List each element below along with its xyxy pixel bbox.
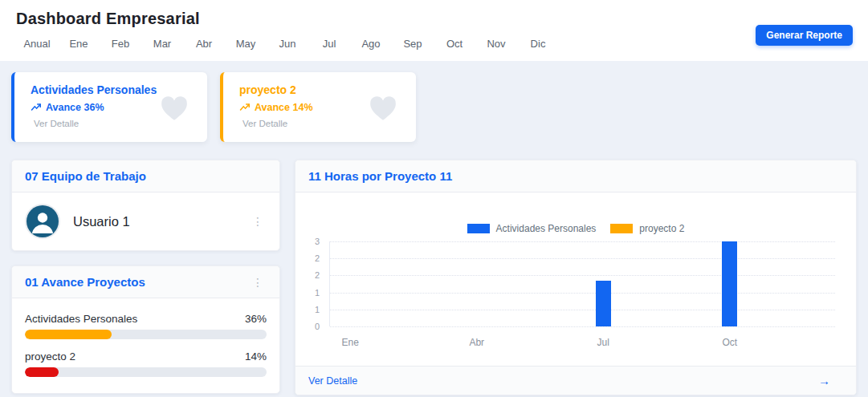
chart-bar[interactable] bbox=[596, 281, 611, 326]
progress-item-percent: 14% bbox=[245, 350, 267, 363]
tab-jul[interactable]: Jul bbox=[308, 38, 350, 50]
chart-footer: Ver Detalle → bbox=[295, 366, 856, 395]
hours-chart-panel: 11 Horas por Proyecto 11 Actividades Per… bbox=[295, 160, 857, 395]
progress-bar-track bbox=[25, 330, 267, 339]
progress-item-label: Actividades Personales bbox=[25, 313, 137, 325]
project-card-actividades[interactable]: Actividades Personales Avance 36% Ver De… bbox=[11, 72, 207, 142]
member-name: Usuario 1 bbox=[73, 214, 249, 229]
team-panel-title: 07 Equipo de Trabajo bbox=[25, 169, 146, 183]
y-tick-label: 2 bbox=[315, 270, 320, 280]
team-member-row[interactable]: Usuario 1 ⋮ bbox=[12, 192, 279, 250]
y-tick-label: 0 bbox=[315, 322, 320, 331]
y-tick-label: 2 bbox=[315, 253, 320, 263]
x-tick-label: Abr bbox=[469, 337, 484, 348]
arrow-right-icon[interactable]: → bbox=[818, 374, 830, 387]
legend-item[interactable]: proyecto 2 bbox=[610, 223, 684, 234]
heart-icon[interactable] bbox=[368, 93, 398, 122]
tab-feb[interactable]: Feb bbox=[100, 38, 141, 50]
project-progress-label: Avance 14% bbox=[255, 102, 313, 113]
team-panel-header: 07 Equipo de Trabajo bbox=[12, 160, 279, 192]
gridline bbox=[330, 258, 835, 259]
page-title: Dashboard Empresarial bbox=[16, 10, 852, 28]
kebab-menu-icon[interactable]: ⋮ bbox=[249, 277, 267, 288]
chart-x-axis: EneAbrJulOct bbox=[329, 337, 835, 350]
generate-report-button[interactable]: Generar Reporte bbox=[756, 25, 853, 46]
chart-detail-link[interactable]: Ver Detalle bbox=[308, 375, 357, 387]
project-cards-row: Actividades Personales Avance 36% Ver De… bbox=[0, 61, 868, 142]
tab-ene[interactable]: Ene bbox=[58, 38, 100, 50]
tab-may[interactable]: May bbox=[225, 38, 267, 50]
gridline bbox=[330, 326, 835, 327]
chart-panel-header: 11 Horas por Proyecto 11 bbox=[295, 160, 856, 192]
heart-icon[interactable] bbox=[159, 93, 189, 122]
trending-up-icon bbox=[239, 103, 251, 112]
y-tick-label: 1 bbox=[315, 305, 320, 314]
avatar bbox=[25, 204, 60, 239]
chart-body: Actividades Personalesproyecto 2 322110 … bbox=[295, 192, 856, 366]
tab-oct[interactable]: Oct bbox=[434, 38, 475, 50]
legend-label: Actividades Personales bbox=[496, 223, 597, 234]
gridline bbox=[330, 241, 835, 242]
legend-item[interactable]: Actividades Personales bbox=[467, 223, 597, 234]
progress-panel: 01 Avance Proyectos ⋮ Actividades Person… bbox=[11, 265, 280, 394]
progress-panel-body: Actividades Personales 36% proyecto 2 14… bbox=[12, 298, 279, 393]
progress-bar-fill bbox=[25, 367, 59, 377]
tab-mar[interactable]: Mar bbox=[141, 38, 183, 50]
gridline bbox=[330, 275, 835, 276]
x-tick-label: Oct bbox=[722, 337, 737, 348]
y-tick-label: 1 bbox=[315, 288, 320, 298]
kebab-menu-icon[interactable]: ⋮ bbox=[249, 216, 267, 227]
progress-item-label: proyecto 2 bbox=[25, 350, 75, 363]
tab-ago[interactable]: Ago bbox=[350, 38, 392, 50]
project-card-proyecto2[interactable]: proyecto 2 Avance 14% Ver Detalle bbox=[220, 72, 416, 142]
progress-panel-header: 01 Avance Proyectos ⋮ bbox=[12, 266, 279, 298]
progress-item: Actividades Personales 36% bbox=[25, 313, 267, 339]
gridline bbox=[330, 293, 835, 294]
progress-bar-fill bbox=[25, 330, 112, 339]
left-column: 07 Equipo de Trabajo Usuario 1 ⋮ 01 Avan… bbox=[11, 160, 280, 394]
progress-bar-track bbox=[25, 367, 267, 377]
tab-nov[interactable]: Nov bbox=[475, 38, 517, 50]
chart-legend: Actividades Personalesproyecto 2 bbox=[295, 223, 856, 234]
chart-plot bbox=[329, 241, 835, 326]
main-content: 07 Equipo de Trabajo Usuario 1 ⋮ 01 Avan… bbox=[0, 142, 868, 395]
user-icon bbox=[26, 205, 59, 237]
progress-item-percent: 36% bbox=[245, 313, 267, 325]
team-panel: 07 Equipo de Trabajo Usuario 1 ⋮ bbox=[11, 160, 280, 251]
legend-label: proyecto 2 bbox=[639, 223, 684, 234]
x-tick-label: Ene bbox=[342, 337, 359, 348]
legend-swatch-icon bbox=[467, 224, 490, 233]
tab-abr[interactable]: Abr bbox=[183, 38, 225, 50]
progress-panel-title: 01 Avance Proyectos bbox=[25, 275, 145, 289]
y-tick-label: 3 bbox=[315, 237, 320, 246]
legend-swatch-icon bbox=[610, 224, 633, 233]
chart-bar[interactable] bbox=[722, 241, 737, 326]
tab-sep[interactable]: Sep bbox=[392, 38, 434, 50]
top-bar: Dashboard Empresarial Anual Ene Feb Mar … bbox=[0, 0, 868, 61]
tab-jun[interactable]: Jun bbox=[267, 38, 308, 50]
x-tick-label: Jul bbox=[597, 337, 609, 348]
project-progress-label: Avance 36% bbox=[46, 102, 104, 113]
gridline bbox=[330, 310, 835, 310]
chart-panel-title: 11 Horas por Proyecto 11 bbox=[308, 169, 452, 183]
month-tabs: Anual Ene Feb Mar Abr May Jun Jul Ago Se… bbox=[16, 38, 852, 50]
trending-up-icon bbox=[31, 103, 42, 112]
tab-anual[interactable]: Anual bbox=[16, 38, 58, 50]
chart-y-axis: 322110 bbox=[295, 241, 326, 326]
progress-item: proyecto 2 14% bbox=[25, 350, 267, 377]
tab-dic[interactable]: Dic bbox=[517, 38, 559, 50]
